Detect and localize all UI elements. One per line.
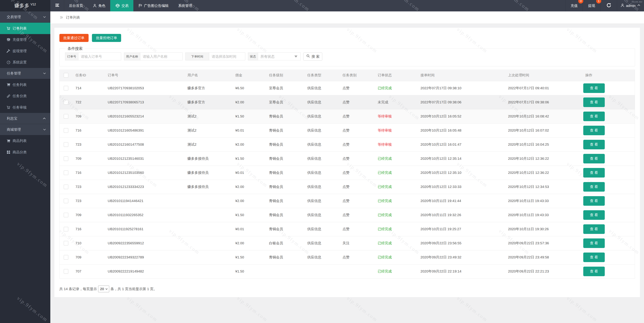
row-checkbox[interactable] bbox=[64, 128, 68, 133]
col-level: 任务级别 bbox=[265, 70, 303, 81]
cell-category: 点赞 bbox=[338, 81, 374, 95]
row-checkbox[interactable] bbox=[64, 114, 68, 119]
cell-user: 赚多多官方 bbox=[183, 81, 231, 95]
cell-user bbox=[183, 208, 231, 222]
nav-item-roles[interactable]: 角色 bbox=[88, 0, 110, 12]
sidebar-toggle-button[interactable] bbox=[50, 0, 64, 12]
refresh-button[interactable] bbox=[600, 0, 617, 12]
logo-version: V12 bbox=[30, 3, 36, 6]
view-button[interactable]: 查 看 bbox=[583, 154, 605, 164]
view-button[interactable]: 查 看 bbox=[583, 126, 605, 135]
view-button[interactable]: 查 看 bbox=[583, 84, 605, 93]
cell-checkbox bbox=[60, 138, 71, 152]
row-checkbox[interactable] bbox=[64, 213, 68, 217]
row-checkbox[interactable] bbox=[64, 227, 68, 232]
status-label: 状态 bbox=[248, 52, 258, 60]
sidebar-group-任务管理[interactable]: 任务管理 bbox=[0, 68, 50, 79]
row-checkbox[interactable] bbox=[64, 255, 68, 260]
cell-user: 测试2 bbox=[183, 109, 231, 123]
batch-approve-button[interactable]: 批量通过订单 bbox=[60, 34, 88, 42]
col-commission: 佣金 bbox=[231, 70, 265, 81]
search-button[interactable]: 搜 索 bbox=[303, 52, 322, 60]
cell-process-time: 2020年09月22日 23:57:36 bbox=[504, 236, 581, 250]
cell-level: 青铜会员 bbox=[265, 109, 303, 123]
nav-item-ads[interactable]: 广告图公告编辑 bbox=[133, 0, 174, 12]
cell-process-time: 2020年09月22日 22:21:23 bbox=[504, 264, 581, 278]
recharge-button[interactable]: 充值 0 bbox=[566, 0, 582, 12]
admin-menu[interactable]: admin bbox=[617, 0, 644, 12]
cell-action: 查 看 bbox=[581, 236, 635, 250]
view-button[interactable]: 查 看 bbox=[583, 252, 605, 262]
search-row: 订单号 用户名称 下单时间 状态 所有状态 bbox=[65, 52, 630, 60]
view-button[interactable]: 查 看 bbox=[583, 182, 605, 192]
row-checkbox[interactable] bbox=[64, 100, 68, 104]
view-button[interactable]: 查 看 bbox=[583, 140, 605, 149]
row-checkbox[interactable] bbox=[64, 241, 68, 246]
sidebar-group-商城管理[interactable]: 商城管理 bbox=[0, 124, 50, 135]
row-checkbox[interactable] bbox=[64, 156, 68, 161]
cell-order-no: UB2207170938102053 bbox=[104, 81, 183, 95]
row-checkbox[interactable] bbox=[64, 184, 68, 189]
batch-reject-button[interactable]: 批量拒绝订单 bbox=[92, 34, 121, 42]
select-all-checkbox[interactable] bbox=[64, 73, 68, 78]
row-checkbox[interactable] bbox=[64, 269, 68, 274]
sidebar-group-label: 利息宝 bbox=[7, 116, 18, 121]
view-button[interactable]: 查 看 bbox=[583, 210, 605, 220]
sidebar-item-任务分类[interactable]: 任务分类 bbox=[0, 90, 50, 102]
row-checkbox[interactable] bbox=[64, 86, 68, 90]
view-button[interactable]: 查 看 bbox=[583, 224, 605, 234]
view-button[interactable]: 查 看 bbox=[583, 266, 605, 276]
order-no-input[interactable] bbox=[78, 52, 121, 60]
col-task-id: 任务ID bbox=[71, 70, 104, 81]
sidebar-item-任务审核[interactable]: 任务审核 bbox=[0, 102, 50, 113]
sidebar-item-label: 商品分类 bbox=[12, 150, 27, 154]
cell-order-no: UB2010121601477508 bbox=[104, 138, 183, 152]
user-name-input[interactable] bbox=[140, 52, 182, 60]
cell-accept-time: 2020年10月12日 12:35:10 bbox=[416, 166, 504, 180]
status-select[interactable]: 所有状态 bbox=[258, 52, 300, 60]
nav-item-system[interactable]: 系统管理 bbox=[174, 0, 197, 12]
view-button[interactable]: 查 看 bbox=[583, 238, 605, 248]
cell-checkbox bbox=[60, 250, 71, 264]
cell-category: 点赞 bbox=[338, 222, 374, 236]
row-checkbox[interactable] bbox=[64, 199, 68, 203]
nav-item-trade[interactable]: 交易 bbox=[110, 0, 133, 12]
cell-task-id: 723 bbox=[71, 194, 104, 208]
cell-category: 点赞 bbox=[338, 138, 374, 152]
row-checkbox[interactable] bbox=[64, 170, 68, 175]
pagination-prefix: 共 14 条记录，每页显示 bbox=[60, 286, 97, 291]
cell-action: 查 看 bbox=[581, 95, 635, 109]
view-button[interactable]: 查 看 bbox=[583, 98, 605, 107]
table-row: 707UB2009222219149482¥1.50已经完成2020年09月22… bbox=[60, 264, 635, 278]
cell-action: 查 看 bbox=[581, 250, 635, 264]
sidebar-item-订单列表[interactable]: 订单列表 bbox=[0, 23, 50, 34]
order-time-group: 下单时间 bbox=[185, 52, 245, 60]
col-status: 订单状态 bbox=[374, 70, 416, 81]
cell-level: 青铜会员 bbox=[265, 222, 303, 236]
col-category: 任务类别 bbox=[338, 70, 374, 81]
view-button[interactable]: 查 看 bbox=[583, 112, 605, 121]
view-button[interactable]: 查 看 bbox=[583, 196, 605, 206]
sidebar-item-提现管理[interactable]: 提现管理 bbox=[0, 45, 50, 57]
sidebar-item-任务列表[interactable]: 任务列表 bbox=[0, 79, 50, 90]
sidebar-group-利息宝[interactable]: 利息宝 bbox=[0, 113, 50, 124]
page-size-select[interactable]: 20 bbox=[98, 286, 109, 292]
sidebar-item-系统设置[interactable]: 系统设置 bbox=[0, 57, 50, 68]
col-process-time: 上次处理时间 bbox=[504, 70, 581, 81]
sidebar-group-交易管理[interactable]: 交易管理 bbox=[0, 12, 50, 23]
cell-action: 查 看 bbox=[581, 152, 635, 166]
nav-item-home[interactable]: 后台首页 bbox=[64, 0, 88, 12]
cell-order-no: UB2207170938065713 bbox=[104, 95, 183, 109]
cell-order-no: UB2010111925278161 bbox=[104, 222, 183, 236]
order-time-input[interactable] bbox=[209, 52, 245, 60]
cell-accept-time: 2020年10月11日 19:32:26 bbox=[416, 208, 504, 222]
view-button[interactable]: 查 看 bbox=[583, 168, 605, 178]
withdraw-button[interactable]: 提现 1 bbox=[582, 0, 600, 12]
sidebar-item-商品分类[interactable]: 商品分类 bbox=[0, 146, 50, 158]
sidebar-item-充值管理[interactable]: 充值管理 bbox=[0, 34, 50, 46]
row-checkbox[interactable] bbox=[64, 142, 68, 147]
cell-task-id: 714 bbox=[71, 81, 104, 95]
status-select-value: 所有状态 bbox=[260, 54, 274, 59]
sidebar-item-商品列表[interactable]: 商品列表 bbox=[0, 135, 50, 147]
cell-type: 供应信息 bbox=[303, 152, 338, 166]
